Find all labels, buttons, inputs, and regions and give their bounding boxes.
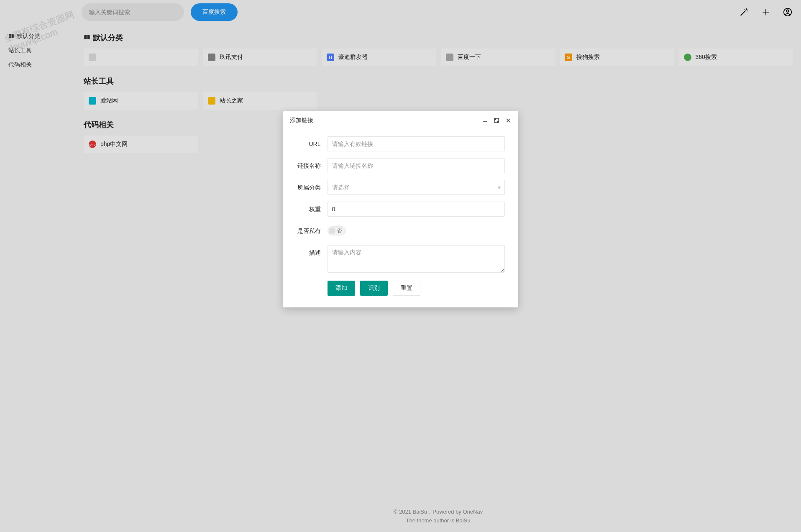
modal-header: 添加链接 <box>283 111 518 130</box>
weight-input[interactable] <box>328 202 505 217</box>
maximize-icon[interactable] <box>493 117 500 124</box>
desc-textarea[interactable] <box>328 245 505 273</box>
switch-label: 否 <box>337 228 342 235</box>
desc-label: 描述 <box>290 245 328 260</box>
add-link-modal: 添加链接 URL 链接名称 所属分类 请选择 权重 是否私有 <box>283 111 518 307</box>
minimize-icon[interactable] <box>481 117 488 124</box>
svg-rect-2 <box>494 118 499 123</box>
reset-button[interactable]: 重置 <box>393 281 420 296</box>
name-input[interactable] <box>328 158 505 173</box>
category-label: 所属分类 <box>290 180 328 195</box>
add-button[interactable]: 添加 <box>328 281 355 296</box>
close-icon[interactable] <box>505 117 512 124</box>
weight-label: 权重 <box>290 202 328 217</box>
name-label: 链接名称 <box>290 158 328 173</box>
modal-title: 添加链接 <box>290 117 313 124</box>
recognize-button[interactable]: 识别 <box>360 281 388 296</box>
category-select[interactable]: 请选择 <box>328 180 505 195</box>
private-switch[interactable]: 否 <box>328 226 346 235</box>
switch-knob <box>329 228 335 234</box>
url-input[interactable] <box>328 136 505 151</box>
url-label: URL <box>290 136 328 151</box>
private-label: 是否私有 <box>290 223 328 238</box>
